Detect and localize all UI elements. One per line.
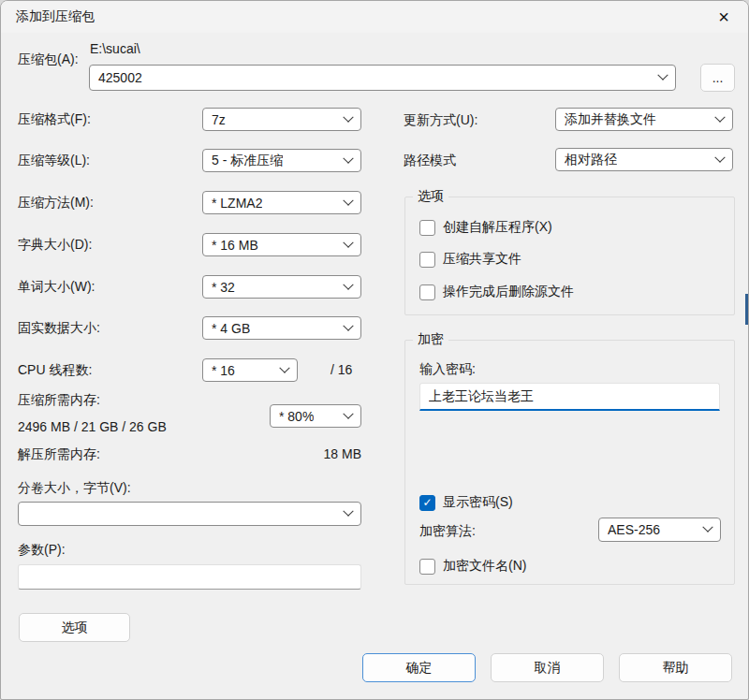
dialog-title: 添加到压缩包 — [16, 8, 95, 25]
sfx-checkbox-label: 创建自解压程序(X) — [443, 219, 552, 236]
options-button-label: 选项 — [62, 620, 88, 636]
level-combo[interactable]: 5 - 标准压缩 — [202, 149, 361, 172]
word-size-label: 单词大小(W): — [18, 279, 95, 296]
word-size-combo[interactable]: * 32 — [202, 275, 361, 299]
background-window-sliver — [745, 294, 748, 325]
checkbox-unchecked[interactable] — [419, 220, 435, 236]
format-label: 压缩格式(F): — [18, 111, 91, 128]
decompress-memory-value: 18 MB — [315, 446, 361, 461]
encryption-method-label: 加密算法: — [419, 523, 476, 540]
delete-after-checkbox-label: 操作完成后删除源文件 — [443, 284, 574, 300]
chevron-down-icon — [343, 153, 353, 163]
ok-button-label: 确定 — [406, 660, 433, 677]
chevron-down-icon — [714, 111, 725, 122]
chevron-down-icon — [343, 195, 353, 205]
encryption-method-value: AES-256 — [608, 522, 660, 537]
format-value: 7z — [212, 112, 226, 127]
parameters-input[interactable] — [18, 564, 361, 590]
cancel-button-label: 取消 — [535, 660, 561, 677]
show-password-checkbox-row[interactable]: ✓ 显示密码(S) — [419, 494, 513, 511]
update-mode-label: 更新方式(U): — [404, 112, 477, 129]
dictionary-combo[interactable]: * 16 MB — [202, 233, 361, 256]
options-group-title: 选项 — [413, 188, 448, 205]
checkbox-checked[interactable]: ✓ — [419, 495, 435, 511]
ok-button[interactable]: 确定 — [362, 653, 476, 682]
cpu-threads-value: * 16 — [212, 363, 235, 378]
options-button[interactable]: 选项 — [19, 613, 130, 642]
archive-name-combo[interactable]: 425002 — [89, 65, 676, 91]
path-mode-combo[interactable]: 相对路径 — [555, 148, 733, 171]
shared-files-checkbox-label: 压缩共享文件 — [443, 251, 521, 268]
cancel-button[interactable]: 取消 — [491, 653, 604, 682]
compress-memory-label: 压缩所需内存: — [18, 392, 100, 409]
dictionary-label: 字典大小(D): — [18, 237, 92, 254]
level-label: 压缩等级(L): — [18, 153, 90, 169]
add-to-archive-dialog: 添加到压缩包 × 压缩包(A): E:\sucai\ 425002 ... 压缩… — [0, 0, 749, 700]
solid-block-label: 固实数据大小: — [18, 320, 100, 337]
volumes-label: 分卷大小，字节(V): — [18, 480, 131, 497]
format-combo[interactable]: 7z — [202, 108, 361, 131]
word-size-value: * 32 — [212, 280, 235, 295]
encryption-group-title: 加密 — [413, 331, 448, 348]
checkbox-unchecked[interactable] — [419, 252, 435, 268]
password-label: 输入密码: — [419, 361, 476, 378]
compress-memory-detail: 2496 MB / 21 GB / 26 GB — [18, 419, 167, 434]
solid-block-combo[interactable]: * 4 GB — [202, 316, 361, 340]
method-label: 压缩方法(M): — [18, 195, 94, 211]
chevron-down-icon — [343, 279, 353, 289]
cpu-threads-label: CPU 线程数: — [18, 362, 92, 379]
method-combo[interactable]: * LZMA2 — [202, 191, 361, 214]
checkbox-unchecked[interactable] — [419, 559, 435, 575]
encryption-method-combo[interactable]: AES-256 — [598, 518, 721, 542]
password-input[interactable] — [419, 383, 720, 411]
memory-percent-combo[interactable]: * 80% — [270, 404, 361, 428]
browse-button[interactable]: ... — [700, 64, 735, 92]
help-button[interactable]: 帮助 — [619, 653, 732, 682]
cpu-threads-max: / 16 — [330, 362, 352, 377]
archive-name-value: 425002 — [98, 70, 142, 85]
chevron-down-icon — [343, 237, 353, 247]
path-mode-label: 路径模式 — [404, 153, 456, 169]
check-icon: ✓ — [422, 497, 432, 508]
volumes-combo[interactable] — [18, 502, 361, 526]
solid-block-value: * 4 GB — [212, 321, 250, 336]
help-button-label: 帮助 — [663, 660, 689, 677]
chevron-down-icon — [343, 408, 353, 418]
cpu-threads-combo[interactable]: * 16 — [202, 358, 298, 382]
close-icon[interactable]: × — [709, 3, 739, 31]
checkbox-unchecked[interactable] — [419, 284, 435, 300]
browse-button-label: ... — [712, 70, 724, 85]
shared-files-checkbox-row[interactable]: 压缩共享文件 — [419, 251, 521, 268]
encrypt-names-checkbox-row[interactable]: 加密文件名(N) — [419, 558, 526, 575]
decompress-memory-label: 解压所需内存: — [18, 446, 100, 463]
archive-path: E:\sucai\ — [90, 41, 140, 56]
chevron-down-icon — [279, 362, 289, 372]
update-mode-value: 添加并替换文件 — [565, 111, 656, 128]
chevron-down-icon — [343, 506, 353, 517]
dictionary-value: * 16 MB — [212, 238, 258, 253]
level-value: 5 - 标准压缩 — [212, 153, 283, 169]
chevron-down-icon — [343, 111, 353, 122]
chevron-down-icon — [343, 320, 353, 330]
archive-label: 压缩包(A): — [18, 51, 79, 68]
chevron-down-icon — [702, 522, 712, 532]
chevron-down-icon — [714, 152, 725, 162]
method-value: * LZMA2 — [212, 196, 262, 211]
memory-percent-value: * 80% — [279, 409, 314, 424]
parameters-label: 参数(P): — [18, 542, 66, 559]
show-password-checkbox-label: 显示密码(S) — [443, 494, 513, 511]
path-mode-value: 相对路径 — [565, 152, 617, 168]
sfx-checkbox-row[interactable]: 创建自解压程序(X) — [419, 219, 552, 236]
title-bar: 添加到压缩包 × — [1, 1, 748, 33]
chevron-down-icon — [657, 70, 668, 80]
update-mode-combo[interactable]: 添加并替换文件 — [555, 108, 733, 131]
encrypt-names-checkbox-label: 加密文件名(N) — [443, 558, 526, 575]
delete-after-checkbox-row[interactable]: 操作完成后删除源文件 — [419, 284, 574, 300]
